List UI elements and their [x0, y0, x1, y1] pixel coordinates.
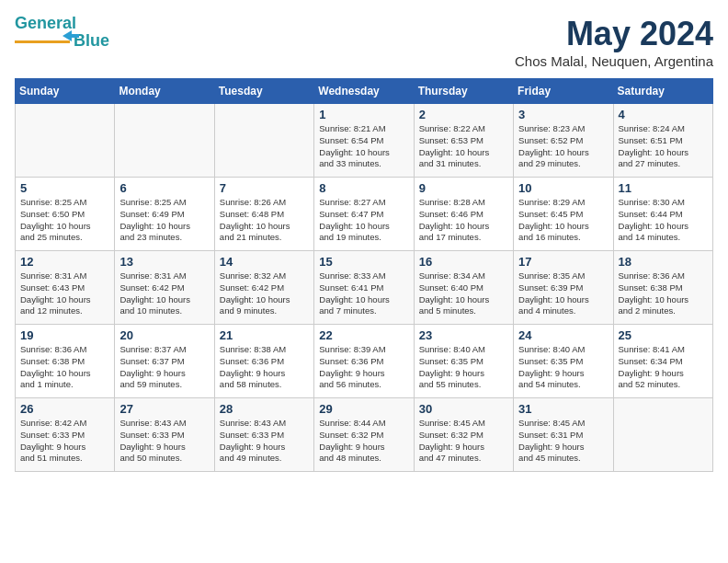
day-info: Sunrise: 8:30 AM Sunset: 6:44 PM Dayligh… — [619, 197, 708, 244]
day-number: 29 — [319, 402, 408, 416]
day-cell: 1Sunrise: 8:21 AM Sunset: 6:54 PM Daylig… — [314, 104, 414, 178]
day-cell: 4Sunrise: 8:24 AM Sunset: 6:51 PM Daylig… — [613, 104, 712, 178]
day-info: Sunrise: 8:23 AM Sunset: 6:52 PM Dayligh… — [518, 123, 608, 170]
day-info: Sunrise: 8:45 AM Sunset: 6:31 PM Dayligh… — [518, 418, 608, 465]
day-info: Sunrise: 8:38 AM Sunset: 6:36 PM Dayligh… — [220, 344, 309, 391]
day-cell: 30Sunrise: 8:45 AM Sunset: 6:32 PM Dayli… — [414, 398, 513, 472]
day-cell: 21Sunrise: 8:38 AM Sunset: 6:36 PM Dayli… — [214, 325, 313, 398]
day-info: Sunrise: 8:33 AM Sunset: 6:41 PM Dayligh… — [319, 270, 408, 317]
logo-general: General — [15, 14, 76, 32]
week-row-3: 12Sunrise: 8:31 AM Sunset: 6:43 PM Dayli… — [16, 251, 713, 325]
day-cell: 11Sunrise: 8:30 AM Sunset: 6:44 PM Dayli… — [613, 178, 712, 251]
day-info: Sunrise: 8:36 AM Sunset: 6:38 PM Dayligh… — [20, 344, 109, 391]
day-cell: 16Sunrise: 8:34 AM Sunset: 6:40 PM Dayli… — [414, 251, 513, 325]
day-number: 14 — [220, 255, 309, 269]
day-cell: 28Sunrise: 8:43 AM Sunset: 6:33 PM Dayli… — [214, 398, 313, 472]
week-row-5: 26Sunrise: 8:42 AM Sunset: 6:33 PM Dayli… — [16, 398, 713, 472]
day-number: 7 — [220, 181, 309, 195]
day-info: Sunrise: 8:43 AM Sunset: 6:33 PM Dayligh… — [220, 418, 309, 465]
day-cell: 24Sunrise: 8:40 AM Sunset: 6:35 PM Dayli… — [514, 325, 613, 398]
day-info: Sunrise: 8:26 AM Sunset: 6:48 PM Dayligh… — [220, 197, 309, 244]
day-cell: 15Sunrise: 8:33 AM Sunset: 6:41 PM Dayli… — [314, 251, 414, 325]
day-info: Sunrise: 8:35 AM Sunset: 6:39 PM Dayligh… — [518, 270, 608, 317]
week-row-4: 19Sunrise: 8:36 AM Sunset: 6:38 PM Dayli… — [16, 325, 713, 398]
day-number: 22 — [319, 328, 408, 342]
day-info: Sunrise: 8:37 AM Sunset: 6:37 PM Dayligh… — [119, 344, 209, 391]
day-cell: 3Sunrise: 8:23 AM Sunset: 6:52 PM Daylig… — [514, 104, 613, 178]
day-info: Sunrise: 8:32 AM Sunset: 6:42 PM Dayligh… — [220, 270, 309, 317]
week-row-2: 5Sunrise: 8:25 AM Sunset: 6:50 PM Daylig… — [16, 178, 713, 251]
day-cell: 6Sunrise: 8:25 AM Sunset: 6:49 PM Daylig… — [115, 178, 214, 251]
day-number: 5 — [20, 181, 109, 195]
logo-accent-bar — [15, 40, 70, 43]
day-info: Sunrise: 8:36 AM Sunset: 6:38 PM Dayligh… — [619, 270, 708, 317]
col-header-thursday: Thursday — [414, 79, 513, 104]
day-cell: 12Sunrise: 8:31 AM Sunset: 6:43 PM Dayli… — [16, 251, 115, 325]
day-number: 4 — [619, 108, 708, 121]
day-info: Sunrise: 8:29 AM Sunset: 6:45 PM Dayligh… — [518, 197, 608, 244]
day-info: Sunrise: 8:45 AM Sunset: 6:32 PM Dayligh… — [419, 418, 508, 465]
day-number: 3 — [518, 108, 608, 121]
header-row: SundayMondayTuesdayWednesdayThursdayFrid… — [16, 79, 713, 104]
col-header-sunday: Sunday — [16, 79, 115, 104]
day-cell: 2Sunrise: 8:22 AM Sunset: 6:53 PM Daylig… — [414, 104, 513, 178]
day-info: Sunrise: 8:43 AM Sunset: 6:33 PM Dayligh… — [119, 418, 209, 465]
day-info: Sunrise: 8:24 AM Sunset: 6:51 PM Dayligh… — [619, 123, 708, 170]
day-number: 31 — [518, 402, 608, 416]
logo: General Blue — [15, 15, 109, 41]
day-number: 16 — [419, 255, 508, 269]
day-number: 24 — [518, 328, 608, 342]
day-cell: 18Sunrise: 8:36 AM Sunset: 6:38 PM Dayli… — [613, 251, 712, 325]
day-number: 25 — [619, 328, 708, 342]
title-block: May 2024 Chos Malal, Neuquen, Argentina — [515, 15, 713, 69]
day-info: Sunrise: 8:41 AM Sunset: 6:34 PM Dayligh… — [619, 344, 708, 391]
week-row-1: 1Sunrise: 8:21 AM Sunset: 6:54 PM Daylig… — [16, 104, 713, 178]
day-cell: 27Sunrise: 8:43 AM Sunset: 6:33 PM Dayli… — [115, 398, 214, 472]
location: Chos Malal, Neuquen, Argentina — [515, 53, 713, 69]
day-cell: 17Sunrise: 8:35 AM Sunset: 6:39 PM Dayli… — [514, 251, 613, 325]
day-info: Sunrise: 8:28 AM Sunset: 6:46 PM Dayligh… — [419, 197, 508, 244]
day-cell: 10Sunrise: 8:29 AM Sunset: 6:45 PM Dayli… — [514, 178, 613, 251]
svg-marker-0 — [63, 30, 79, 41]
day-cell: 5Sunrise: 8:25 AM Sunset: 6:50 PM Daylig… — [16, 178, 115, 251]
logo-arrow-icon — [63, 30, 79, 41]
page-header: General Blue May 2024 Chos Malal, Neuque… — [15, 15, 713, 69]
day-number: 26 — [20, 402, 109, 416]
col-header-tuesday: Tuesday — [214, 79, 313, 104]
day-info: Sunrise: 8:31 AM Sunset: 6:42 PM Dayligh… — [119, 270, 209, 317]
month-title: May 2024 — [515, 15, 713, 53]
day-cell: 13Sunrise: 8:31 AM Sunset: 6:42 PM Dayli… — [115, 251, 214, 325]
day-info: Sunrise: 8:21 AM Sunset: 6:54 PM Dayligh… — [319, 123, 408, 170]
col-header-friday: Friday — [514, 79, 613, 104]
day-cell: 19Sunrise: 8:36 AM Sunset: 6:38 PM Dayli… — [16, 325, 115, 398]
day-number: 8 — [319, 181, 408, 195]
day-info: Sunrise: 8:27 AM Sunset: 6:47 PM Dayligh… — [319, 197, 408, 244]
day-info: Sunrise: 8:22 AM Sunset: 6:53 PM Dayligh… — [419, 123, 508, 170]
day-number: 11 — [619, 181, 708, 195]
day-number: 17 — [518, 255, 608, 269]
col-header-saturday: Saturday — [613, 79, 712, 104]
day-number: 30 — [419, 402, 508, 416]
day-cell: 22Sunrise: 8:39 AM Sunset: 6:36 PM Dayli… — [314, 325, 414, 398]
col-header-monday: Monday — [115, 79, 214, 104]
day-number: 19 — [20, 328, 109, 342]
day-number: 28 — [220, 402, 309, 416]
day-cell: 23Sunrise: 8:40 AM Sunset: 6:35 PM Dayli… — [414, 325, 513, 398]
calendar-table: SundayMondayTuesdayWednesdayThursdayFrid… — [15, 78, 713, 472]
day-number: 20 — [119, 328, 209, 342]
day-number: 18 — [619, 255, 708, 269]
day-cell — [16, 104, 115, 178]
day-cell: 7Sunrise: 8:26 AM Sunset: 6:48 PM Daylig… — [214, 178, 313, 251]
day-number: 15 — [319, 255, 408, 269]
day-info: Sunrise: 8:44 AM Sunset: 6:32 PM Dayligh… — [319, 418, 408, 465]
day-number: 9 — [419, 181, 508, 195]
day-cell — [115, 104, 214, 178]
col-header-wednesday: Wednesday — [314, 79, 414, 104]
day-number: 10 — [518, 181, 608, 195]
day-info: Sunrise: 8:40 AM Sunset: 6:35 PM Dayligh… — [518, 344, 608, 391]
day-cell: 31Sunrise: 8:45 AM Sunset: 6:31 PM Dayli… — [514, 398, 613, 472]
day-info: Sunrise: 8:25 AM Sunset: 6:49 PM Dayligh… — [119, 197, 209, 244]
day-cell: 26Sunrise: 8:42 AM Sunset: 6:33 PM Dayli… — [16, 398, 115, 472]
day-number: 2 — [419, 108, 508, 121]
day-info: Sunrise: 8:40 AM Sunset: 6:35 PM Dayligh… — [419, 344, 508, 391]
